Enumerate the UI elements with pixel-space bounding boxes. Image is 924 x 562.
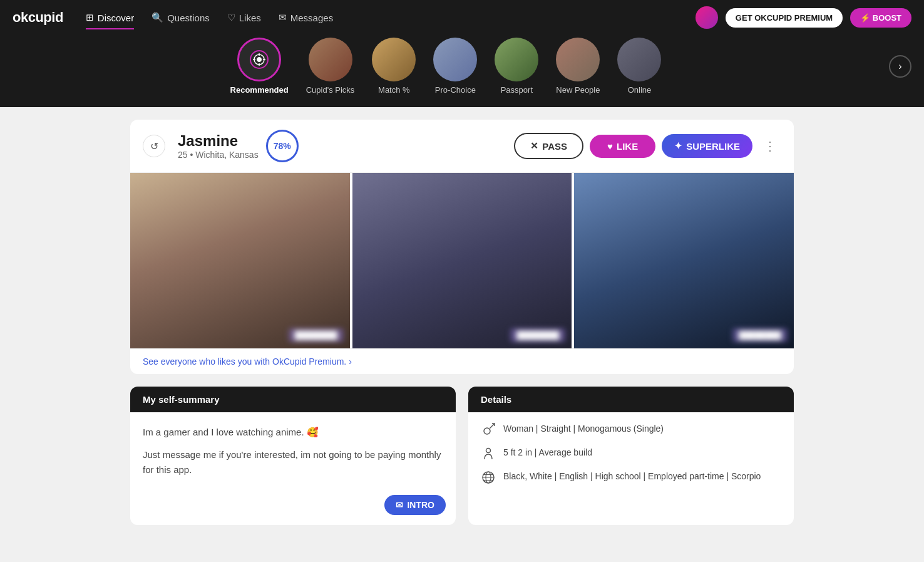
detail-gender-text: Woman | Straight | Monogamous (Single) (503, 422, 664, 435)
details-header: Details (468, 387, 794, 412)
nav-questions[interactable]: 🔍 Questions (144, 7, 217, 28)
tab-pro-choice[interactable]: Pro-Choice (426, 35, 485, 97)
photo-3-badge: ████████ (732, 328, 788, 342)
cupids-picks-img (309, 38, 352, 81)
bio-grid: My self-summary Im a gamer and I love wa… (130, 387, 794, 525)
boost-button[interactable]: ⚡ BOOST (850, 8, 911, 28)
tab-cupids-picks-label: Cupid's Picks (306, 85, 355, 95)
passport-img (495, 38, 538, 81)
premium-button[interactable]: GET OKCUPID PREMIUM (726, 8, 843, 28)
logo: okcupid (13, 9, 63, 26)
discover-icon: ⊞ (86, 12, 94, 23)
photo-2-badge: ████████ (510, 328, 565, 342)
tab-recommended[interactable]: Recommended (223, 35, 296, 97)
pass-button[interactable]: ✕ PASS (514, 133, 583, 159)
match-percent-badge: 78% (266, 130, 299, 162)
likes-icon: ♡ (227, 12, 235, 23)
discover-bar: Recommended Cupid's Picks Match % Pro-Ch… (0, 35, 924, 107)
tab-recommended-label: Recommended (230, 85, 289, 95)
undo-button[interactable]: ↺ (143, 135, 165, 157)
photo-3: ████████ (574, 173, 794, 348)
messages-icon: ✉ (279, 12, 287, 23)
profile-header: ↺ Jasmine 25 • Wichita, Kansas 78% ✕ PAS… (130, 120, 794, 173)
nav-likes-label: Likes (239, 13, 261, 23)
detail-row-height: 5 ft 2 in | Average build (481, 446, 781, 461)
self-summary-line1: Im a gamer and I love watching anime. 🥰 (143, 425, 443, 440)
nav-messages-label: Messages (290, 13, 333, 23)
height-icon (481, 446, 496, 461)
superlike-icon: ✦ (674, 140, 682, 152)
detail-height-text: 5 ft 2 in | Average build (503, 446, 592, 459)
nav-questions-label: Questions (167, 13, 210, 23)
premium-likes-link[interactable]: See everyone who likes you with OkCupid … (130, 348, 794, 374)
self-summary-card: My self-summary Im a gamer and I love wa… (130, 387, 456, 525)
recommended-icon (237, 38, 281, 81)
header: okcupid ⊞ Discover 🔍 Questions ♡ Likes ✉… (0, 0, 924, 35)
questions-icon: 🔍 (151, 12, 163, 23)
superlike-button[interactable]: ✦ SUPERLIKE (662, 134, 752, 158)
details-body: Woman | Straight | Monogamous (Single) 5… (468, 412, 794, 495)
new-people-img (556, 38, 600, 81)
profile-info: Jasmine 25 • Wichita, Kansas (178, 132, 259, 160)
pro-choice-img (433, 38, 477, 81)
photo-1-badge: ████████ (289, 328, 344, 342)
more-options-button[interactable]: ⋮ (759, 136, 781, 156)
photos-section: ████████ ████████ ████████ (130, 173, 794, 348)
nav-messages[interactable]: ✉ Messages (271, 7, 341, 28)
self-summary-body: Im a gamer and I love watching anime. 🥰 … (130, 412, 456, 525)
profile-card: ↺ Jasmine 25 • Wichita, Kansas 78% ✕ PAS… (130, 120, 794, 374)
next-button[interactable]: › (889, 55, 911, 78)
nav-likes[interactable]: ♡ Likes (220, 7, 269, 28)
header-right: GET OKCUPID PREMIUM ⚡ BOOST (696, 6, 911, 29)
tab-match[interactable]: Match % (364, 35, 423, 97)
tab-online-label: Online (628, 85, 652, 95)
detail-background-text: Black, White | English | High school | E… (503, 470, 761, 483)
tab-passport[interactable]: Passport (487, 35, 546, 97)
tab-cupids-picks[interactable]: Cupid's Picks (299, 35, 362, 97)
user-avatar[interactable] (696, 6, 718, 29)
profile-age-location: 25 • Wichita, Kansas (178, 150, 259, 160)
online-img (617, 38, 661, 81)
intro-button[interactable]: ✉ INTRO (384, 495, 446, 515)
svg-line-7 (490, 424, 495, 429)
svg-point-8 (486, 449, 491, 453)
profile-name: Jasmine (178, 132, 259, 150)
action-buttons: ✕ PASS ♥ LIKE ✦ SUPERLIKE ⋮ (514, 133, 781, 159)
profile-name-section: Jasmine 25 • Wichita, Kansas 78% (178, 130, 299, 162)
main-nav: ⊞ Discover 🔍 Questions ♡ Likes ✉ Message… (78, 7, 341, 28)
tab-new-people-label: New People (556, 85, 600, 95)
main-content: ↺ Jasmine 25 • Wichita, Kansas 78% ✕ PAS… (118, 107, 806, 550)
tab-passport-label: Passport (501, 85, 533, 95)
discover-tabs: Recommended Cupid's Picks Match % Pro-Ch… (13, 35, 879, 97)
nav-discover[interactable]: ⊞ Discover (78, 7, 141, 28)
background-icon (481, 470, 496, 485)
self-summary-header: My self-summary (130, 387, 456, 412)
heart-icon: ♥ (607, 141, 613, 152)
svg-point-6 (484, 428, 490, 434)
message-icon: ✉ (396, 500, 403, 510)
detail-row-background: Black, White | English | High school | E… (481, 470, 781, 485)
tab-pro-choice-label: Pro-Choice (435, 85, 476, 95)
tab-online[interactable]: Online (610, 35, 669, 97)
photo-2: ████████ (352, 173, 572, 348)
like-button[interactable]: ♥ LIKE (590, 135, 655, 158)
detail-row-gender: Woman | Straight | Monogamous (Single) (481, 422, 781, 437)
match-img (372, 38, 416, 81)
details-card: Details Woman | Straight | Monogamous (S… (468, 387, 794, 525)
photo-1: ████████ (130, 173, 350, 348)
self-summary-line2: Just message me if you're interested, im… (143, 447, 443, 477)
tab-new-people[interactable]: New People (548, 35, 607, 97)
x-icon: ✕ (530, 140, 538, 152)
gender-icon (481, 422, 496, 437)
nav-discover-label: Discover (98, 13, 134, 23)
tab-match-label: Match % (378, 85, 410, 95)
